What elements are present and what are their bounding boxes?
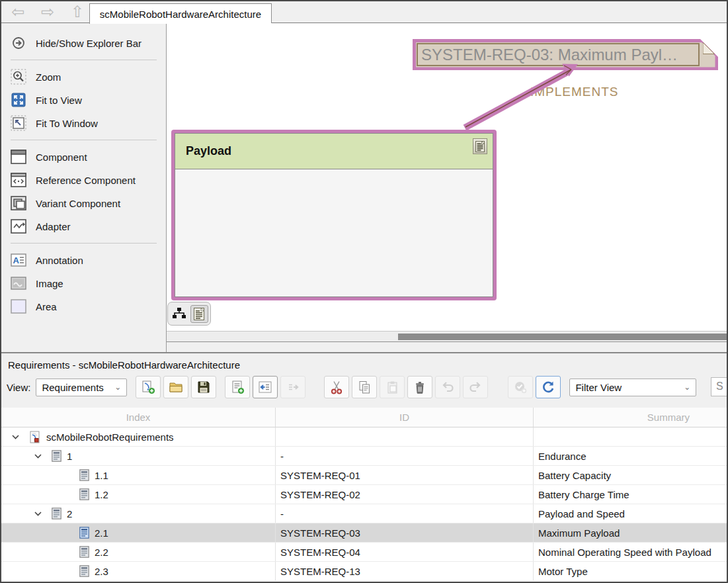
requirement-icon	[79, 565, 89, 577]
sidebar-item-label: Image	[36, 278, 63, 289]
row-summary-cell: Battery Capacity	[534, 466, 727, 484]
table-row-1.2[interactable]: 1.2SYSTEM-REQ-02Battery Charge Time	[1, 485, 727, 504]
table-row-2.3[interactable]: 2.3SYSTEM-REQ-13Motor Type	[1, 562, 727, 581]
sidebar-item-image[interactable]: Image	[11, 275, 166, 292]
table-row-scMobileRobotRequirements[interactable]: scMobileRobotRequirements	[1, 427, 727, 447]
payload-component[interactable]: Payload	[171, 130, 497, 300]
undo-button[interactable]	[435, 376, 460, 398]
save-button[interactable]	[191, 376, 216, 398]
table-header: Index ID Summary	[1, 408, 727, 427]
view-label: View:	[7, 382, 30, 393]
requirement-icon	[79, 488, 89, 500]
chevron-down-icon: ⌄	[684, 382, 690, 392]
sidebar-item-label: Variant Component	[36, 198, 120, 209]
requirement-annotation[interactable]: SYSTEM-REQ-03: Maximum Payl…	[413, 39, 718, 70]
row-summary-cell	[534, 427, 727, 446]
add-requirement-button[interactable]	[225, 376, 250, 398]
row-id-cell: SYSTEM-REQ-04	[276, 543, 534, 561]
sidebar-item-explorer-bar[interactable]: Hide/Show Explorer Bar	[11, 34, 166, 52]
paste-button[interactable]	[380, 376, 405, 398]
requirements-table: Index ID Summary scMobileRobotRequiremen…	[1, 408, 727, 583]
sidebar-item-adapter[interactable]: Adapter	[11, 218, 166, 235]
sidebar-item-fit-to-window[interactable]: Fit To Window	[11, 114, 166, 132]
sidebar-item-label: Hide/Show Explorer Bar	[36, 38, 142, 49]
new-requirement-set-button[interactable]	[136, 376, 161, 398]
sidebar-item-fit-to-view[interactable]: Fit to View	[11, 91, 166, 109]
scrollbar-thumb[interactable]	[398, 334, 727, 340]
back-arrow-icon[interactable]: ⇦	[8, 3, 28, 21]
sidebar-item-label: Fit to View	[36, 95, 82, 106]
column-header-index[interactable]: Index	[1, 408, 276, 427]
requirements-panel: Requirements - scMobileRobotHardwareArch…	[1, 352, 727, 583]
variant-component-icon	[11, 195, 26, 211]
row-summary-cell: Battery Charge Time	[534, 485, 727, 504]
up-arrow-icon[interactable]: ⇧	[67, 3, 87, 21]
sidebar-divider	[11, 243, 157, 244]
filter-view-dropdown[interactable]: Filter View ⌄	[569, 379, 696, 396]
search-partial-text: S	[716, 381, 723, 392]
explorer-bar-icon	[11, 35, 26, 51]
table-row-2.1[interactable]: 2.1SYSTEM-REQ-03Maximum Payload	[1, 523, 727, 543]
requirement-set-icon	[29, 431, 41, 443]
sidebar-item-reference-component[interactable]: Reference Component	[11, 171, 166, 189]
open-folder-button[interactable]	[163, 376, 188, 398]
column-header-id[interactable]: ID	[276, 408, 534, 427]
sidebar-item-variant-component[interactable]: Variant Component	[11, 195, 166, 212]
demote-requirement-button[interactable]	[280, 376, 305, 398]
column-header-summary[interactable]: Summary	[534, 408, 727, 427]
copy-button[interactable]	[352, 376, 377, 398]
view-dropdown[interactable]: Requirements ⌄	[36, 379, 127, 396]
annotation-text: SYSTEM-REQ-03: Maximum Payl…	[417, 43, 700, 66]
row-summary-cell: Motor Type	[534, 562, 727, 580]
hierarchy-icon[interactable]	[171, 305, 188, 323]
promote-requirement-button[interactable]	[253, 376, 278, 398]
requirements-toolbar: View: Requirements ⌄	[1, 372, 727, 402]
requirement-links-icon[interactable]	[473, 138, 487, 154]
sidebar-item-label: Annotation	[36, 255, 83, 266]
sidebar-item-label: Area	[36, 301, 57, 312]
table-row-2.2[interactable]: 2.2SYSTEM-REQ-04Nominal Operating Speed …	[1, 543, 727, 562]
row-id-cell: -	[276, 504, 534, 523]
expand-chevron-icon[interactable]	[12, 435, 29, 439]
palette-sidebar: Hide/Show Explorer Bar Zoom Fit to View	[1, 23, 167, 352]
row-index-label: 1.1	[95, 470, 108, 481]
requirement-icon	[52, 508, 61, 519]
sidebar-item-label: Zoom	[36, 71, 61, 83]
annotation-icon: A	[11, 252, 26, 268]
row-id-cell: SYSTEM-REQ-02	[276, 485, 534, 504]
sidebar-item-annotation[interactable]: A Annotation	[11, 251, 166, 269]
sidebar-item-zoom[interactable]: Zoom	[11, 68, 166, 85]
row-summary-cell: Endurance	[534, 447, 727, 465]
fit-to-view-icon	[11, 92, 26, 108]
delete-button[interactable]	[407, 376, 432, 398]
diagram-canvas[interactable]: SYSTEM-REQ-03: Maximum Payl… IMPLEMENTS …	[167, 23, 727, 331]
sidebar-item-area[interactable]: Area	[11, 298, 166, 315]
table-row-1[interactable]: 1-Endurance	[1, 447, 727, 466]
search-input[interactable]: S	[711, 377, 728, 396]
refresh-button[interactable]	[536, 376, 561, 398]
row-id-cell: SYSTEM-REQ-03	[276, 523, 534, 542]
redo-button[interactable]	[463, 376, 488, 398]
document-icon[interactable]	[190, 305, 208, 323]
folded-corner-icon	[703, 42, 715, 55]
app-window: ⇦ ⇨ ⇧ scMobileRobotHardwareArchitecture …	[0, 0, 728, 583]
expand-chevron-icon[interactable]	[34, 454, 52, 459]
requirements-panel-title: Requirements - scMobileRobotHardwareArch…	[1, 353, 727, 372]
sidebar-item-label: Adapter	[36, 221, 71, 232]
row-summary-cell: Payload and Speed	[534, 504, 727, 523]
model-tab[interactable]: scMobileRobotHardwareArchitecture	[89, 3, 272, 24]
row-index-label: 2	[67, 508, 72, 519]
sidebar-item-label: Fit To Window	[36, 118, 98, 129]
forward-arrow-icon[interactable]: ⇨	[38, 3, 58, 21]
cut-button[interactable]	[324, 376, 349, 398]
row-index-label: 1	[67, 451, 72, 462]
component-hover-toolbar	[167, 302, 211, 326]
expand-chevron-icon[interactable]	[34, 512, 52, 516]
row-index-label: 2.3	[95, 566, 108, 577]
sidebar-item-component[interactable]: Component	[11, 148, 166, 165]
table-row-1.1[interactable]: 1.1SYSTEM-REQ-01Battery Capacity	[1, 466, 727, 485]
verify-button[interactable]	[508, 376, 533, 398]
canvas-horizontal-scrollbar[interactable]	[167, 331, 727, 342]
filter-view-value: Filter View	[575, 382, 622, 393]
table-row-2[interactable]: 2-Payload and Speed	[1, 504, 727, 523]
